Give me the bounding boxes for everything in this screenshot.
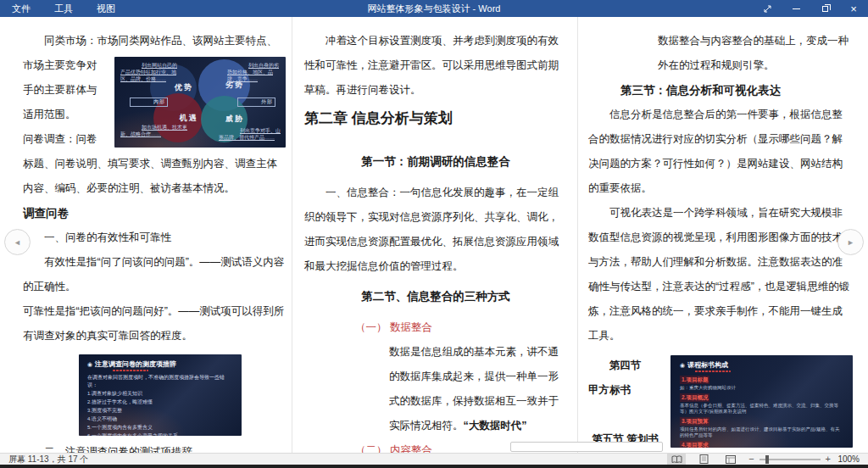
restore-button[interactable] [810, 0, 839, 17]
paragraph: 可视化表达是一个跨学科领域，旨在研究大规模非数值型信息资源的视觉呈现，利用图形图… [588, 201, 853, 348]
document-area: ◄ ► 同类市场：市场同类网站作品、该网站主要特点、市场 劣势 优势 机遇 威胁… [0, 17, 868, 453]
document-page-3[interactable]: 数据整合与内容整合的基础上，变成一种外在的过程和规则引擎。 第三节：信息分析和可… [578, 17, 868, 453]
menu-file[interactable]: 文件 [0, 3, 42, 15]
previous-screen-button[interactable]: ◄ [4, 229, 31, 255]
print-layout-icon [699, 454, 709, 464]
paragraph: 策划书是对某个未来的活动或者设计进行策划，并且展现给读者的文本；策划书是目标规划… [588, 452, 853, 453]
circle-bullet-icon: ◉ [87, 361, 92, 367]
swot-tag-internal: 内部 [130, 98, 168, 107]
zoom-out-button[interactable]: − [748, 454, 754, 464]
web-layout-icon [726, 455, 736, 464]
questionnaire-wording-slide-image: ◉注意调查问卷的测度项措辞 在调查对象回答测度项时，不准确的测度项措辞会导致一些… [79, 354, 242, 436]
menu-bar: 文件 工具 视图 [0, 3, 127, 15]
menu-view[interactable]: 视图 [85, 3, 127, 15]
menu-tools[interactable]: 工具 [42, 3, 85, 15]
paragraph: 数据是信息组成的基本元素，讲不通的数据库集成起来，提供一种单一形式的数据库，保持… [389, 340, 567, 438]
word-window: 文件 工具 视图 网站整体形象与包装设计 - Word × ◄ ► 同 [0, 0, 868, 468]
swot-note: 列出自身的劣势如价格、地区、品牌、竞争…… [227, 62, 281, 82]
slide-list-heading: 1.项目标题 [680, 376, 709, 384]
paragraph: 一、信息整合：一句信息化发展的趣事，在一定组织的领导下，实现对信息资源序列化、共… [304, 181, 567, 279]
horizontal-scrollbar-thumb[interactable] [510, 442, 663, 452]
section-heading-1: 第一节：前期调研的信息整合 [304, 149, 567, 174]
paragraph: 同类市场：市场同类网站作品、该网站主要特点、市场 劣势 优势 机遇 威胁 列出网… [23, 29, 286, 127]
swot-note: 列出竞争对手、山寨品牌、替代性产品…… [219, 127, 281, 141]
list-item: 二、注意调查问卷的测试项措辞 [23, 440, 286, 453]
paragraph: 可靠性是指“把该问的问题问好”。——测试项可以得到所有调查对象的真实可靠回答的程… [23, 299, 286, 348]
slide-list-item: 5.一个测度项内含有多重含义 [87, 423, 233, 432]
slide-title: ◉注意调查问卷的测度项措辞 [87, 360, 233, 371]
read-mode-icon [671, 455, 682, 464]
slide-list-item: 6.一个测度项内含有多个变量之间的关系 [87, 432, 233, 436]
chevron-right-icon: ► [847, 238, 854, 247]
web-layout-button[interactable] [721, 454, 740, 465]
swot-note: 如市场机遇、技术更新、战略合作…… [120, 124, 192, 137]
slide-list-item: 2.措辞过于学术化，晦涩难懂 [87, 398, 233, 406]
chevron-left-icon: ◄ [14, 238, 21, 247]
read-mode-button[interactable] [667, 454, 686, 465]
status-bar-right: − + 100% [667, 454, 860, 465]
slide-text: 在调查对象回答测度项时，不准确的测度项措辞会导致一些错误： [87, 374, 233, 389]
document-page-2[interactable]: 冲着这个目标设置测度项、并考虑到测度项的有效性和可靠性，注意避开雷区。可以采用思… [292, 17, 578, 453]
swot-note: 列出网站自己的产品优势特征如行业、地区、品牌、价格…… [120, 62, 181, 82]
paragraph: 有效性是指“问了问该问的问题”。——测试语义内容的正确性。 [23, 250, 286, 299]
switch-windows-icon[interactable] [753, 0, 782, 17]
section-heading-3: 第三节：信息分析和可视化表达 [620, 78, 853, 103]
heading-survey: 调查问卷 [23, 201, 286, 226]
swot-tag-external: 外部 [237, 98, 275, 107]
slide-list-item: 4.语义不明确 [87, 415, 233, 423]
window-controls: × [753, 0, 868, 17]
slide-title: ◉课程标书构成 [680, 361, 843, 372]
list-item: 一、问卷的有效性和可靠性 [23, 226, 286, 250]
slide-list-heading: 4.项目要求 [680, 441, 709, 448]
slide-list-item: 1.调查对象缺少相关知识 [87, 389, 233, 398]
swot-diagram-image: 劣势 优势 机遇 威胁 列出网站自己的产品优势特征如行业、地区、品牌、价格…… … [114, 57, 286, 148]
list-item-data-integration: （一） 数据整合 [355, 315, 567, 340]
slide-list-text: 如：重庆大街购物网站设计 [680, 385, 843, 392]
section-heading-2: 第二节、信息整合的三种方式 [304, 284, 567, 309]
minimize-icon [793, 8, 800, 9]
red-underline [695, 370, 731, 372]
window-title: 网站整体形象与包装设计 - Word [0, 3, 868, 15]
status-bar: 屏幕 11-13，共 17 个 − [0, 453, 868, 465]
next-screen-button[interactable]: ► [837, 229, 864, 255]
paragraph: 数据整合与内容整合的基础上，变成一种外在的过程和规则引擎。 [658, 29, 853, 78]
slide-list-heading: 3.项目预算 [680, 417, 709, 426]
slide-list-item: 3.测度项不完整 [87, 406, 233, 415]
zoom-in-button[interactable]: + [826, 454, 831, 464]
zoom-controls: − + 100% [748, 454, 860, 464]
screen-count-status: 屏幕 11-13，共 17 个 [8, 454, 88, 465]
zoom-slider[interactable] [760, 459, 821, 460]
slide-list-heading: 2.项目概况 [680, 393, 709, 402]
restore-icon [822, 6, 828, 12]
titlebar: 文件 工具 视图 网站整体形象与包装设计 - Word × [0, 0, 868, 17]
circle-bullet-icon: ◉ [680, 362, 685, 368]
taskbar-edge [0, 465, 868, 468]
close-button[interactable]: × [839, 0, 868, 17]
minimize-button[interactable] [782, 0, 810, 17]
paragraph-with-image: ◉课程标书构成 1.项目标题 如：重庆大街购物网站设计 2.项目概况 基本信息（… [588, 354, 853, 453]
zoom-slider-thumb[interactable] [765, 455, 769, 464]
paragraph: 信息分析是信息整合后的第一件要事，根据信息整合的数据情况进行对应的切实分析（显示… [588, 103, 853, 201]
slide-list-text: 项目任务所针对的内容、如需进行设计、建设目标基于实际的产品/规格、有关的特色产品… [680, 426, 843, 439]
print-layout-button[interactable] [694, 454, 713, 465]
chapter-heading: 第二章 信息分析与策划 [304, 106, 567, 131]
zoom-level[interactable]: 100% [836, 454, 860, 464]
bid-document-slide-image: ◉课程标书构成 1.项目标题 如：重庆大街购物网站设计 2.项目概况 基本信息（… [670, 355, 853, 448]
paragraph: 冲着这个目标设置测度项、并考虑到测度项的有效性和可靠性，注意避开雷区。可以采用思… [304, 29, 567, 103]
slide-list-text: 基本信息（参会日期、提案方法、提案特色、难度演示、交流、归集、交接等等）图片文字… [680, 403, 843, 415]
document-page-1[interactable]: 同类市场：市场同类网站作品、该网站主要特点、市场 劣势 优势 机遇 威胁 列出网… [0, 17, 292, 453]
red-underline [113, 370, 148, 371]
